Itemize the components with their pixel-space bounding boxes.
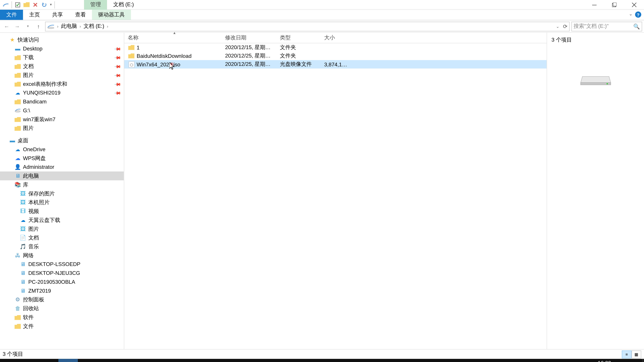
nav-qa-bandicam[interactable]: Bandicam — [0, 97, 124, 106]
crumb-sep-1[interactable]: › — [80, 24, 81, 28]
nav-this-pc[interactable]: 🖥此电脑 — [0, 171, 124, 180]
file-row[interactable]: Win7x64_2020.iso 2020/12/25, 星期五 1... 光盘… — [124, 60, 546, 68]
nav-lib-music[interactable]: 🎵音乐 — [0, 242, 124, 251]
nav-lib-documents[interactable]: 📄文档 — [0, 233, 124, 242]
nav-label: 图片 — [28, 225, 39, 233]
icons-view-button[interactable]: ▦ — [632, 350, 641, 358]
ime-indicator[interactable]: 中 — [560, 359, 569, 362]
breadcrumb-this-pc[interactable]: 此电脑 — [61, 22, 77, 30]
search-icon[interactable]: 🔍 — [633, 23, 640, 29]
ribbon-expand-icon[interactable]: ⌄ — [629, 11, 632, 18]
tray-chevron-icon[interactable]: ˄ — [540, 359, 550, 362]
volume-icon[interactable]: 🔊 — [550, 359, 560, 362]
nav-qa-win7[interactable]: win7重装win7 — [0, 115, 124, 124]
nav-lib-camera-roll[interactable]: 🖼本机照片 — [0, 198, 124, 207]
column-name[interactable]: ▲名称 — [124, 33, 222, 43]
ribbon-tab-share[interactable]: 共享 — [46, 10, 69, 20]
breadcrumb-drive-e[interactable]: 文档 (E:) — [84, 22, 104, 30]
taskbar-clock[interactable]: 16:32 2020/12/25, 星期五 — [579, 360, 630, 362]
nav-qa-desktop[interactable]: ▬Desktop📌 — [0, 44, 124, 53]
minimize-button[interactable] — [584, 0, 604, 10]
nav-net-pc4[interactable]: 🖥ZMT2019 — [0, 286, 124, 295]
nav-net-pc3[interactable]: 🖥PC-20190530OBLA — [0, 278, 124, 286]
folder-icon — [14, 98, 21, 105]
nav-qa-documents[interactable]: 文档📌 — [0, 62, 124, 71]
nav-network[interactable]: 🖧网络 — [0, 251, 124, 260]
file-name: Win7x64_2020.iso — [137, 61, 180, 67]
task-view-button[interactable] — [39, 359, 58, 362]
close-button[interactable] — [624, 0, 644, 10]
address-history-dropdown[interactable]: ⌄ — [556, 24, 560, 28]
crumb-root-sep[interactable]: › — [57, 24, 58, 28]
address-bar[interactable]: › 此电脑 › 文档 (E:) › ⌄ ⟳ — [45, 21, 570, 31]
show-desktop-button[interactable] — [642, 359, 644, 362]
nav-qa-pictures[interactable]: 图片📌 — [0, 71, 124, 80]
nav-libraries[interactable]: 📚库 — [0, 180, 124, 189]
details-view-button[interactable]: ≡ — [622, 350, 632, 358]
nav-desktop[interactable]: ▬桌面 — [0, 136, 124, 145]
nav-qa-downloads[interactable]: 下载📌 — [0, 53, 124, 62]
column-date[interactable]: 修改日期 — [222, 33, 276, 43]
nav-recycle-bin[interactable]: 🗑回收站 — [0, 304, 124, 313]
app-icon[interactable] — [2, 1, 10, 8]
ribbon-tab-home[interactable]: 主页 — [23, 10, 46, 20]
nav-net-pc1[interactable]: 🖥DESKTOP-LSSOEDP — [0, 260, 124, 269]
nav-docs-folder[interactable]: 文件 — [0, 322, 124, 331]
refresh-button[interactable]: ⟳ — [563, 23, 567, 29]
back-button[interactable]: ← — [2, 21, 12, 31]
network-icon: 🖧 — [14, 252, 21, 259]
help-icon[interactable]: ? — [635, 11, 641, 18]
file-date: 2020/12/15, 星期二 1... — [222, 44, 276, 51]
nav-label: YUNQISHI2019 — [23, 90, 60, 96]
nav-qa-pictures2[interactable]: 图片 — [0, 124, 124, 133]
up-button[interactable]: ↑ — [34, 21, 43, 31]
pin-icon: 📌 — [114, 89, 121, 96]
file-row[interactable]: 1 2020/12/15, 星期二 1... 文件夹 — [124, 43, 546, 52]
forward-button[interactable]: → — [12, 21, 22, 31]
star-icon: ★ — [9, 37, 16, 43]
nav-label: 图片 — [23, 71, 34, 79]
file-row[interactable]: BaiduNetdiskDownload 2020/12/25, 星期五 1..… — [124, 52, 546, 60]
nav-net-pc2[interactable]: 🖥DESKTOP-NJEU3CG — [0, 269, 124, 278]
nav-label: 本机照片 — [28, 199, 50, 206]
new-folder-icon[interactable] — [22, 1, 30, 8]
column-type[interactable]: 类型 — [276, 33, 321, 43]
column-size[interactable]: 大小 — [321, 33, 352, 43]
nav-lib-saved-pics[interactable]: 🖼保存的图片 — [0, 189, 124, 198]
search-input[interactable]: 搜索"文档 (E:)" 🔍 — [572, 21, 642, 31]
nav-qa-excel[interactable]: excel表格制作求和📌 — [0, 80, 124, 88]
undo-icon[interactable] — [40, 1, 48, 8]
start-button[interactable] — [0, 359, 20, 362]
nav-lib-videos[interactable]: 🎞视频 — [0, 207, 124, 216]
nav-qa-yunqishi[interactable]: ☁YUNQISHI2019📌 — [0, 88, 124, 97]
recent-dropdown[interactable]: ▾ — [23, 21, 33, 31]
nav-wps[interactable]: ☁WPS网盘 — [0, 154, 124, 163]
nav-label: 桌面 — [18, 137, 28, 144]
network-tray-icon[interactable] — [569, 359, 579, 362]
nav-software[interactable]: 软件 — [0, 313, 124, 322]
ribbon-tab-view[interactable]: 查看 — [69, 10, 92, 20]
qat-customize-dropdown[interactable]: ▾ — [49, 1, 53, 8]
file-explorer-taskbar-button[interactable] — [58, 359, 78, 362]
properties-icon[interactable] — [14, 1, 22, 8]
nav-lib-pictures[interactable]: 🖼图片 — [0, 225, 124, 233]
column-label: 名称 — [128, 34, 138, 41]
pin-icon: 📌 — [114, 80, 121, 88]
nav-onedrive[interactable]: ☁OneDrive — [0, 145, 124, 154]
ribbon-tab-file[interactable]: 文件 — [0, 10, 23, 20]
crumb-sep-2[interactable]: › — [107, 24, 108, 28]
nav-label: 文档 — [28, 234, 39, 242]
delete-icon[interactable]: ✕ — [31, 1, 39, 8]
nav-lib-tianyi[interactable]: ☁天翼云盘下载 — [0, 216, 124, 225]
nav-control-panel[interactable]: ⚙控制面板 — [0, 295, 124, 304]
action-center-button[interactable]: 3 — [630, 359, 642, 362]
nav-administrator[interactable]: 👤Administrator — [0, 163, 124, 171]
maximize-button[interactable] — [604, 0, 624, 10]
ribbon-tab-drive-tools[interactable]: 驱动器工具 — [92, 10, 131, 20]
nav-quick-access[interactable]: ★ 快速访问 — [0, 35, 124, 44]
folder-icon — [14, 54, 21, 60]
search-button[interactable] — [20, 359, 39, 362]
nav-qa-g-drive[interactable]: G:\ — [0, 106, 124, 115]
file-date: 2020/12/25, 星期五 1... — [222, 60, 276, 68]
svg-point-5 — [48, 27, 54, 29]
